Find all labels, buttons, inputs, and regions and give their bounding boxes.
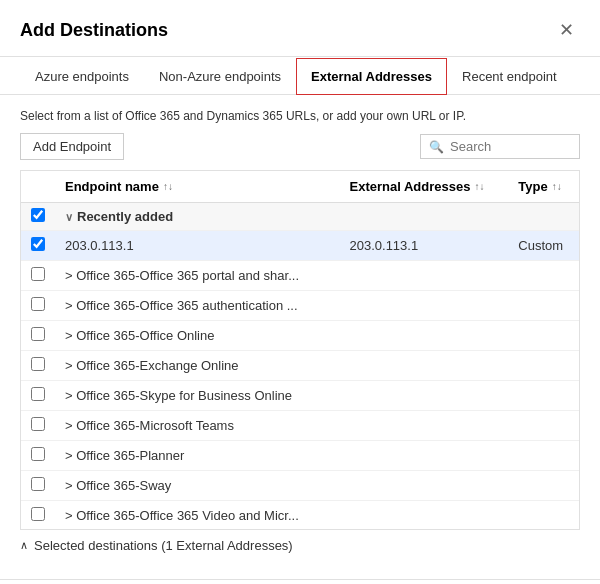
table-row[interactable]: > Office 365-Microsoft Teams: [21, 411, 579, 441]
row-endpoint-name: > Office 365-Microsoft Teams: [55, 411, 339, 441]
expand-selected-icon: ∧: [20, 539, 28, 552]
row-type: [508, 321, 579, 351]
table-row[interactable]: 203.0.113.1 203.0.113.1 Custom: [21, 231, 579, 261]
row-checkbox[interactable]: [31, 297, 45, 311]
dialog-title: Add Destinations: [20, 20, 168, 41]
selected-destinations-bar[interactable]: ∧ Selected destinations (1 External Addr…: [20, 530, 580, 565]
endpoints-table-container[interactable]: Endpoint name ↑↓ External Addresses ↑↓: [20, 170, 580, 530]
add-endpoint-button[interactable]: Add Endpoint: [20, 133, 124, 160]
tab-azure[interactable]: Azure endpoints: [20, 58, 144, 95]
row-checkbox[interactable]: [31, 507, 45, 521]
row-type: [508, 501, 579, 531]
collapse-icon: ∨: [65, 211, 73, 223]
row-addresses: [339, 411, 508, 441]
dialog-header: Add Destinations ✕: [0, 0, 600, 57]
table-row[interactable]: > Office 365-Skype for Business Online: [21, 381, 579, 411]
description-text: Select from a list of Office 365 and Dyn…: [20, 109, 580, 123]
endpoints-table: Endpoint name ↑↓ External Addresses ↑↓: [21, 171, 579, 530]
dialog-body: Select from a list of Office 365 and Dyn…: [0, 95, 600, 579]
row-type: [508, 381, 579, 411]
row-type: Custom: [508, 231, 579, 261]
tabs-bar: Azure endpoints Non-Azure endpoints Exte…: [0, 57, 600, 95]
table-row[interactable]: > Office 365-Exchange Online: [21, 351, 579, 381]
row-checkbox[interactable]: [31, 417, 45, 431]
row-endpoint-name: > Office 365-Sway: [55, 471, 339, 501]
row-type: [508, 471, 579, 501]
row-type: [508, 291, 579, 321]
table-row[interactable]: > Office 365-Sway: [21, 471, 579, 501]
row-addresses: [339, 351, 508, 381]
row-addresses: 203.0.113.1: [339, 231, 508, 261]
search-icon: 🔍: [429, 140, 444, 154]
group-recently-added: ∨Recently added: [21, 203, 579, 231]
row-endpoint-name: > Office 365-Planner: [55, 441, 339, 471]
row-checkbox[interactable]: [31, 357, 45, 371]
selected-destinations-label: Selected destinations (1 External Addres…: [34, 538, 293, 553]
add-destinations-dialog: Add Destinations ✕ Azure endpoints Non-A…: [0, 0, 600, 584]
row-type: [508, 441, 579, 471]
row-checkbox[interactable]: [31, 447, 45, 461]
sort-addr-icon: ↑↓: [474, 181, 484, 192]
dialog-footer: Add endpoints Cancel: [0, 579, 600, 584]
row-endpoint-name: > Office 365-Skype for Business Online: [55, 381, 339, 411]
row-checkbox[interactable]: [31, 477, 45, 491]
row-addresses: [339, 261, 508, 291]
tab-non-azure[interactable]: Non-Azure endpoints: [144, 58, 296, 95]
row-endpoint-name: 203.0.113.1: [55, 231, 339, 261]
header-endpoint-name[interactable]: Endpoint name ↑↓: [55, 171, 339, 203]
row-endpoint-name: > Office 365-Office 365 Video and Micr..…: [55, 501, 339, 531]
row-addresses: [339, 501, 508, 531]
table-row[interactable]: > Office 365-Planner: [21, 441, 579, 471]
table-header-row: Endpoint name ↑↓ External Addresses ↑↓: [21, 171, 579, 203]
row-checkbox[interactable]: [31, 237, 45, 251]
table-row[interactable]: > Office 365-Office 365 portal and shar.…: [21, 261, 579, 291]
row-endpoint-name: > Office 365-Office Online: [55, 321, 339, 351]
tab-recent[interactable]: Recent endpoint: [447, 58, 572, 95]
row-addresses: [339, 321, 508, 351]
table-row[interactable]: > Office 365-Office 365 Video and Micr..…: [21, 501, 579, 531]
header-external-addresses[interactable]: External Addresses ↑↓: [339, 171, 508, 203]
row-type: [508, 261, 579, 291]
header-checkbox-col: [21, 171, 55, 203]
row-addresses: [339, 291, 508, 321]
row-addresses: [339, 441, 508, 471]
search-box: 🔍: [420, 134, 580, 159]
row-type: [508, 351, 579, 381]
toolbar: Add Endpoint 🔍: [20, 133, 580, 160]
table-row[interactable]: > Office 365-Office Online: [21, 321, 579, 351]
row-addresses: [339, 381, 508, 411]
tab-external[interactable]: External Addresses: [296, 58, 447, 95]
row-checkbox[interactable]: [31, 267, 45, 281]
header-type[interactable]: Type ↑↓: [508, 171, 579, 203]
row-endpoint-name: > Office 365-Office 365 authentication .…: [55, 291, 339, 321]
group-checkbox[interactable]: [31, 208, 45, 222]
row-addresses: [339, 471, 508, 501]
row-type: [508, 411, 579, 441]
sort-name-icon: ↑↓: [163, 181, 173, 192]
table-row[interactable]: > Office 365-Office 365 authentication .…: [21, 291, 579, 321]
row-endpoint-name: > Office 365-Office 365 portal and shar.…: [55, 261, 339, 291]
row-endpoint-name: > Office 365-Exchange Online: [55, 351, 339, 381]
close-button[interactable]: ✕: [552, 16, 580, 44]
row-checkbox[interactable]: [31, 387, 45, 401]
row-checkbox[interactable]: [31, 327, 45, 341]
search-input[interactable]: [450, 139, 571, 154]
sort-type-icon: ↑↓: [552, 181, 562, 192]
